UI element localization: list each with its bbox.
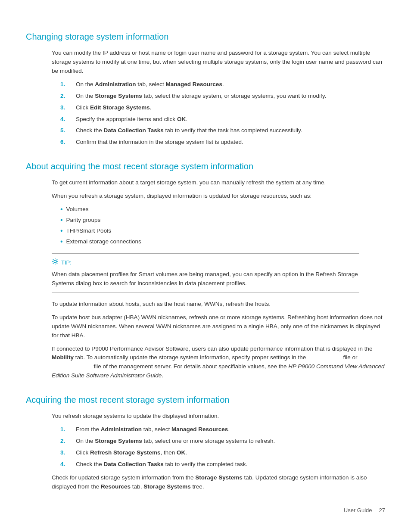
step-bold: Storage Systems (95, 93, 142, 99)
step-text: On the Storage Systems tab, select the s… (76, 92, 326, 101)
step-item: Check the Data Collection Tasks tab to v… (60, 126, 385, 135)
step-bold: Data Collection Tasks (104, 127, 164, 134)
svg-line-8 (53, 263, 53, 264)
svg-line-7 (57, 259, 57, 260)
changing-steps-list: On the Administration tab, select Manage… (60, 80, 385, 147)
step-bold: Administration (101, 426, 142, 432)
step-bold: Storage Systems (95, 438, 142, 444)
resources-bold: Resources (101, 483, 131, 490)
step-text: On the Storage Systems tab, select one o… (76, 437, 275, 446)
storage-systems-bold: Storage Systems (195, 474, 243, 481)
step-bold: Refresh Storage Systems (90, 449, 161, 456)
step-item: Check the Data Collection Tasks tab to v… (60, 460, 385, 469)
footer-page: 27 (379, 506, 385, 515)
changing-intro: You can modify the IP address or host na… (52, 49, 385, 76)
acquiring-closing-1: Check for updated storage system informa… (52, 473, 385, 492)
tip-box: TIP: When data placement profiles for Sm… (52, 253, 359, 293)
step-item: Confirm that the information in the stor… (60, 138, 385, 147)
step-text: Check the Data Collection Tasks tab to v… (76, 126, 302, 135)
step-item: On the Storage Systems tab, select one o… (60, 437, 385, 446)
section-title-about: About acquiring the most recent storage … (26, 160, 385, 173)
step-item: Click Edit Storage Systems. (60, 103, 385, 112)
step-text: From the Administration tab, select Mana… (76, 425, 230, 434)
bullet-item: THP/Smart Pools (60, 227, 385, 236)
about-para-1: To get current information about a targe… (52, 178, 385, 187)
about-para-2: When you refresh a storage system, displ… (52, 192, 385, 201)
svg-line-6 (57, 263, 57, 264)
step-item: Click Refresh Storage Systems, then OK. (60, 448, 385, 457)
step-text: Confirm that the information in the stor… (76, 138, 243, 147)
bullet-text: Volumes (66, 205, 89, 214)
bullet-text: External storage connections (66, 237, 141, 246)
step-bold: Edit Storage Systems (90, 104, 150, 111)
step-text: Specify the appropriate items and click … (76, 115, 187, 124)
step-bold2: Managed Resources (171, 426, 228, 432)
step-text: Click Edit Storage Systems. (76, 103, 152, 112)
svg-point-0 (54, 260, 56, 263)
step-bold: Administration (95, 81, 136, 87)
step-item: On the Administration tab, select Manage… (60, 80, 385, 89)
tip-label: TIP: (52, 258, 359, 268)
acquiring-intro: You refresh storage systems to update th… (52, 412, 385, 421)
tip-icon (52, 258, 59, 268)
step-item: Specify the appropriate items and click … (60, 115, 385, 124)
svg-line-5 (53, 259, 53, 260)
about-bullets: Volumes Parity groups THP/Smart Pools Ex… (60, 205, 385, 246)
step-text: Check the Data Collection Tasks tab to v… (76, 460, 247, 469)
step-bold: OK (177, 116, 186, 122)
bullet-item: Parity groups (60, 216, 385, 225)
section-title-changing: Changing storage system information (26, 30, 385, 44)
section-title-acquiring: Acquiring the most recent storage system… (26, 393, 385, 407)
bullet-text: Parity groups (66, 216, 101, 225)
step-text: On the Administration tab, select Manage… (76, 80, 224, 89)
tip-content: When data placement profiles for Smart v… (52, 270, 359, 288)
step-bold: Data Collection Tasks (104, 461, 164, 467)
bullet-item: External storage connections (60, 237, 385, 246)
tip-sun-icon (52, 258, 59, 265)
step-item: From the Administration tab, select Mana… (60, 425, 385, 434)
after-tip-para-1: To update information about hosts, such … (52, 300, 385, 309)
bullet-text: THP/Smart Pools (66, 227, 111, 236)
step-text: Click Refresh Storage Systems, then OK. (76, 448, 187, 457)
tip-label-text: TIP: (61, 258, 72, 267)
step-item: On the Storage Systems tab, select the s… (60, 92, 385, 101)
after-tip-para-2: To update host bus adapter (HBA) WWN nic… (52, 313, 385, 340)
guide-italic: HP P9000 Command View Advanced Edition S… (52, 363, 384, 379)
bullet-item: Volumes (60, 205, 385, 214)
mobility-bold: Mobility (52, 354, 74, 361)
storage-systems-bold2: Storage Systems (143, 483, 191, 490)
step-bold2: Managed Resources (166, 81, 222, 87)
footer-label: User Guide (344, 506, 372, 515)
acquiring-steps-list: From the Administration tab, select Mana… (60, 425, 385, 469)
step-bold2: OK (177, 449, 185, 456)
after-tip-para-3: If connected to P9000 Performance Adviso… (52, 345, 385, 381)
